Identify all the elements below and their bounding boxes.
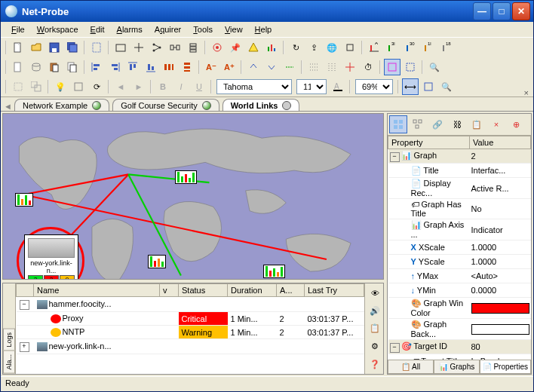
sb-tool-link[interactable]: 🔗 bbox=[428, 115, 447, 133]
sel-rect-icon[interactable] bbox=[384, 59, 400, 75]
sb-tool-grid[interactable] bbox=[389, 115, 407, 133]
distribute-h-icon[interactable] bbox=[161, 59, 177, 75]
menu-file[interactable]: File bbox=[5, 23, 31, 35]
back-icon[interactable]: ◄ bbox=[112, 78, 129, 95]
pg-xscale[interactable]: X XScale1.0000 bbox=[388, 240, 531, 255]
chart-b3-icon[interactable]: 1l bbox=[420, 39, 437, 56]
menu-tools[interactable]: Tools bbox=[187, 23, 219, 35]
align-top-icon[interactable] bbox=[124, 59, 141, 75]
find-icon[interactable]: 🔍 bbox=[438, 78, 455, 95]
crosshair-icon[interactable] bbox=[342, 59, 358, 75]
save-all-icon[interactable] bbox=[64, 39, 81, 56]
aplus-icon[interactable]: A⁺ bbox=[221, 59, 238, 75]
refresh-icon[interactable]: ↻ bbox=[287, 39, 304, 56]
pg-yscale[interactable]: Y YScale1.0000 bbox=[388, 255, 531, 269]
grid-v-icon[interactable] bbox=[324, 59, 340, 75]
tab-world-links[interactable]: World Links bbox=[222, 99, 300, 111]
row-hammer[interactable]: − hammer.foocity... bbox=[17, 297, 364, 312]
link-icon[interactable] bbox=[167, 39, 183, 56]
sb-tool-paste[interactable]: 📋 bbox=[468, 115, 486, 133]
pg-title[interactable]: 📄 TitleInterfac... bbox=[388, 164, 531, 178]
sb-tool-x[interactable]: × bbox=[487, 115, 505, 133]
col-name[interactable]: Name bbox=[34, 284, 160, 297]
bold-button[interactable]: B bbox=[155, 78, 171, 95]
size-select[interactable]: 11 bbox=[296, 79, 327, 94]
pcol-val[interactable]: Value bbox=[470, 136, 531, 149]
pg-display[interactable]: 📄 Display Rec...Active R... bbox=[388, 178, 531, 199]
paste-icon[interactable] bbox=[46, 59, 63, 75]
globe-icon[interactable]: 🌐 bbox=[324, 39, 340, 56]
row-nntp[interactable]: NNTP Warning 1 Min... 2 03:01:37 P... bbox=[17, 326, 364, 339]
property-grid[interactable]: PropertyValue −📊 Graph2 📄 TitleInterfac.… bbox=[388, 136, 531, 360]
log-tool-3[interactable]: 📋 bbox=[367, 320, 383, 337]
pg-axis[interactable]: 📊 Graph Axis ...Indicator bbox=[388, 219, 531, 240]
grid-h-icon[interactable] bbox=[305, 59, 322, 75]
pin-icon[interactable]: 📌 bbox=[227, 39, 244, 56]
logtab-alarms[interactable]: Ala... bbox=[3, 351, 15, 374]
underline-button[interactable]: U bbox=[191, 78, 207, 95]
style-up-icon[interactable] bbox=[245, 59, 262, 75]
fit-box-icon[interactable] bbox=[420, 78, 437, 95]
tab-close-icon[interactable]: × bbox=[524, 88, 529, 97]
log-tool-2[interactable]: 🔊 bbox=[367, 303, 383, 320]
layer-b-icon[interactable] bbox=[28, 78, 44, 95]
page-icon[interactable] bbox=[88, 39, 105, 56]
folder-icon[interactable] bbox=[112, 39, 129, 56]
bulb-icon[interactable]: 💡 bbox=[52, 78, 69, 95]
sb-tool-tree[interactable] bbox=[409, 115, 427, 133]
minimize-button[interactable]: — bbox=[473, 2, 491, 20]
pg-ttitle[interactable]: 🏷 Target TitleIn Band... bbox=[388, 354, 531, 360]
probe-au[interactable] bbox=[263, 265, 285, 278]
tab-scroll-left[interactable]: ◄ bbox=[4, 102, 11, 111]
pg-graph[interactable]: −📊 Graph2 bbox=[388, 149, 531, 164]
device-new-york[interactable]: new-york.link-n... 2 2 0 bbox=[24, 234, 78, 280]
logtab-logs[interactable]: Logs bbox=[3, 329, 15, 351]
probe-na[interactable] bbox=[15, 193, 33, 207]
aminus-icon[interactable]: A⁻ bbox=[203, 59, 219, 75]
menu-aquirer[interactable]: Aquirer bbox=[149, 23, 187, 35]
zoom-icon[interactable]: 🔍 bbox=[426, 59, 443, 75]
italic-button[interactable]: I bbox=[173, 78, 189, 95]
align-right-icon[interactable] bbox=[106, 59, 123, 75]
pg-hastitle[interactable]: 🏷 Graph Has TitleNo bbox=[388, 199, 531, 219]
timer-icon[interactable]: ⏱ bbox=[360, 59, 376, 75]
alert-icon[interactable] bbox=[245, 39, 262, 56]
align-left-icon[interactable] bbox=[88, 59, 105, 75]
log-tool-5[interactable]: ❓ bbox=[367, 356, 383, 372]
copy-icon[interactable] bbox=[64, 59, 81, 75]
log-tool-1[interactable]: 👁 bbox=[367, 285, 383, 302]
distribute-v-icon[interactable] bbox=[179, 59, 195, 75]
col-lasttry[interactable]: Last Try bbox=[305, 284, 364, 297]
maximize-button[interactable]: □ bbox=[493, 2, 511, 20]
probe-eu[interactable] bbox=[175, 170, 197, 184]
sidetab-all[interactable]: 📋All bbox=[388, 360, 434, 374]
menu-help[interactable]: Help bbox=[249, 23, 278, 35]
stack-icon[interactable] bbox=[185, 39, 201, 56]
chart-b4-icon[interactable]: 18 bbox=[438, 39, 455, 56]
menu-workspace[interactable]: Workspace bbox=[31, 23, 84, 35]
textcolor-icon[interactable]: A bbox=[330, 78, 346, 95]
chart-b1-icon[interactable]: 3l bbox=[384, 39, 400, 56]
layer-a-icon[interactable] bbox=[10, 78, 26, 95]
sb-tool-add[interactable]: ⊕ bbox=[507, 115, 525, 133]
chart-a-icon[interactable]: A bbox=[366, 39, 382, 56]
probe-af[interactable] bbox=[148, 255, 166, 268]
menu-edit[interactable]: Edit bbox=[84, 23, 111, 35]
menu-view[interactable]: View bbox=[219, 23, 249, 35]
sidetab-properties[interactable]: 📄Properties bbox=[480, 360, 531, 374]
col-v[interactable]: v bbox=[160, 284, 179, 297]
target-icon[interactable] bbox=[209, 39, 226, 56]
col-status[interactable]: Status bbox=[179, 284, 228, 297]
export-icon[interactable]: ⇪ bbox=[305, 39, 322, 56]
pg-target[interactable]: −🎯 Target ID80 bbox=[388, 340, 531, 354]
forward-icon[interactable]: ► bbox=[130, 78, 147, 95]
tab-network-example[interactable]: Network Example bbox=[14, 99, 109, 111]
pg-ymin[interactable]: ↓ YMin0.0000 bbox=[388, 283, 531, 298]
open-icon[interactable] bbox=[28, 39, 44, 56]
page-blank-icon[interactable] bbox=[10, 59, 26, 75]
row-newyork[interactable]: + new-york.link-n... bbox=[17, 339, 364, 354]
col-duration[interactable]: Duration bbox=[228, 284, 277, 297]
save-icon[interactable] bbox=[46, 39, 63, 56]
log-tool-4[interactable]: ⚙ bbox=[367, 338, 383, 355]
col-ack[interactable]: A... bbox=[277, 284, 305, 297]
